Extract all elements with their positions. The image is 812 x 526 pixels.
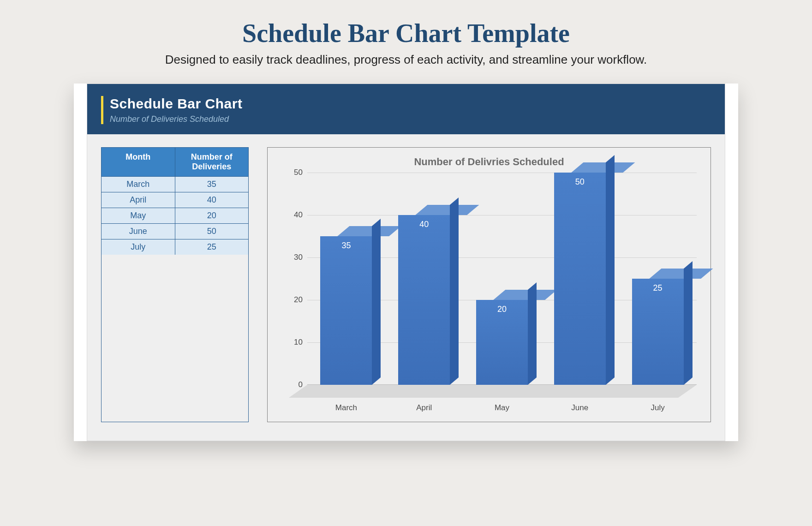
chart-floor (289, 385, 697, 398)
page-title: Schedule Bar Chart Template (0, 18, 812, 48)
banner-subtitle: Number of Deliveries Scheduled (110, 114, 711, 124)
cell-value: 50 (175, 224, 249, 239)
bar-top-face (649, 269, 713, 279)
bar-value-label: 50 (554, 177, 606, 187)
cell-value: 40 (175, 192, 249, 208)
banner-accent-rule: Schedule Bar Chart Number of Deliveries … (101, 96, 711, 124)
bar-side-face (528, 282, 537, 385)
x-tick-label: April (398, 403, 450, 412)
y-tick-label: 20 (294, 295, 303, 305)
table-header-deliveries: Number of Deliveries (175, 148, 249, 176)
x-tick-label: May (476, 403, 528, 412)
y-axis: 01020304050 (281, 173, 307, 385)
bar: 25 (632, 279, 684, 385)
chart-container: Number of Delivries Scheduled 0102030405… (267, 147, 711, 422)
bar-value-label: 20 (476, 305, 528, 314)
banner-title: Schedule Bar Chart (110, 96, 711, 112)
y-tick-label: 10 (294, 338, 303, 347)
bar-top-face (415, 205, 479, 215)
bar: 35 (320, 236, 372, 385)
bar-side-face (684, 261, 693, 385)
cell-value: 25 (175, 239, 249, 255)
bar-value-label: 40 (398, 220, 450, 229)
template-card: Schedule Bar Chart Number of Deliveries … (74, 84, 738, 441)
bar-front-face (632, 279, 684, 385)
x-tick-label: July (632, 403, 684, 412)
table-row: April 40 (102, 192, 248, 208)
bar-side-face (372, 219, 381, 385)
bar: 40 (398, 215, 450, 385)
bar-top-face (338, 226, 401, 236)
bar-front-face (398, 215, 450, 385)
x-tick-label: June (554, 403, 606, 412)
cell-month: April (102, 192, 175, 208)
cell-month: May (102, 208, 175, 223)
bar-value-label: 25 (632, 283, 684, 293)
table-row: May 20 (102, 208, 248, 223)
cell-value: 35 (175, 177, 249, 192)
cell-month: July (102, 239, 175, 255)
bar: 50 (554, 173, 606, 385)
bar-side-face (450, 197, 459, 385)
cell-month: March (102, 177, 175, 192)
page-subtitle: Designed to easily track deadlines, prog… (0, 53, 812, 67)
bar-value-label: 35 (320, 241, 372, 251)
content-row: Month Number of Deliveries March 35 Apri… (87, 134, 725, 441)
x-axis: MarchAprilMayJuneJuly (307, 403, 697, 412)
y-tick-label: 50 (294, 168, 303, 177)
y-tick-label: 40 (294, 210, 303, 220)
table-header-row: Month Number of Deliveries (102, 148, 248, 176)
bar: 20 (476, 300, 528, 385)
bar-front-face (320, 236, 372, 385)
plot: 3540205025 MarchAprilMayJuneJuly (307, 173, 697, 412)
bar-top-face (571, 162, 635, 173)
bar-side-face (606, 155, 615, 385)
table-row: March 35 (102, 176, 248, 192)
plot-area: 01020304050 3540205025 MarchAprilMayJune… (281, 173, 697, 412)
bars-group: 3540205025 (307, 173, 697, 385)
bar-front-face (554, 173, 606, 385)
table-row: July 25 (102, 239, 248, 255)
chart-title: Number of Delivries Scheduled (281, 156, 697, 168)
x-tick-label: March (320, 403, 372, 412)
bar-top-face (493, 290, 557, 300)
cell-month: June (102, 224, 175, 239)
cell-value: 20 (175, 208, 249, 223)
y-tick-label: 30 (294, 253, 303, 262)
table-header-month: Month (102, 148, 175, 176)
card-inner: Schedule Bar Chart Number of Deliveries … (87, 84, 725, 441)
data-table: Month Number of Deliveries March 35 Apri… (101, 147, 249, 422)
banner: Schedule Bar Chart Number of Deliveries … (87, 84, 725, 134)
table-row: June 50 (102, 223, 248, 239)
